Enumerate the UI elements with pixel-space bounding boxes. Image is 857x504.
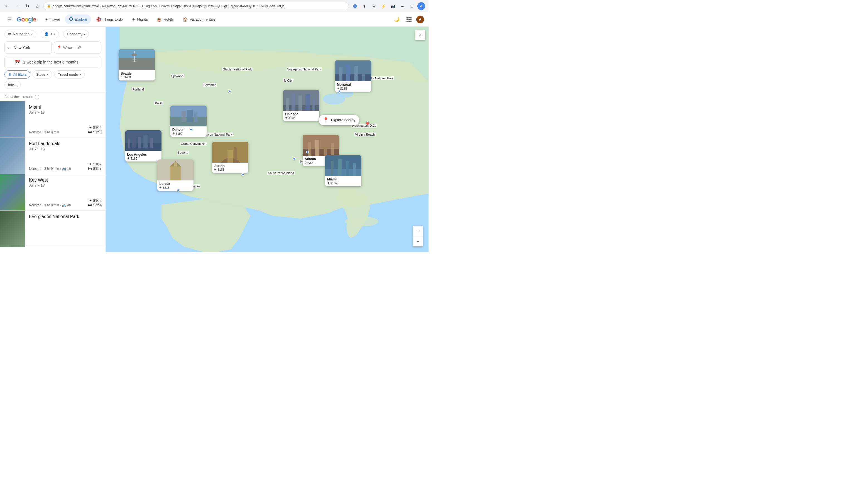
svg-rect-44 xyxy=(346,65,350,81)
hotel-icon-miami: 🛏 xyxy=(88,130,93,134)
calendar-icon: 📅 xyxy=(15,60,20,65)
svg-point-2 xyxy=(70,19,71,19)
zoom-out-button[interactable]: − xyxy=(413,236,423,247)
address-bar[interactable]: 🔒 google.com/travel/explore?tfs=CBwQAxob… xyxy=(44,2,349,10)
user-avatar[interactable]: A xyxy=(417,2,425,10)
map-dot-7 xyxy=(338,90,341,93)
map-card-name-denver: Denver xyxy=(172,128,205,132)
filters-row: ⚙ All filters Stops ▾ Travel mode ▾ Inte… xyxy=(4,70,101,89)
svg-rect-45 xyxy=(354,66,358,81)
refresh-button[interactable]: ↻ xyxy=(23,2,31,10)
map-card-denver[interactable]: Denver ✈ $192 xyxy=(170,105,206,137)
map-card-price-denver: ✈ $192 xyxy=(172,132,205,135)
google-logo: Google xyxy=(17,16,36,23)
puzzle-button[interactable]: ▰ xyxy=(399,2,406,10)
tab-flights[interactable]: ✈ Flights xyxy=(128,15,151,24)
svg-rect-57 xyxy=(346,161,349,176)
card-dates-miami: Jul 7 – 13 xyxy=(29,110,102,115)
svg-rect-11 xyxy=(133,59,134,60)
travel-mode-dropdown[interactable]: Travel mode ▾ xyxy=(54,70,85,79)
card-flight-info-miami: Nonstop · 3 hr 9 min xyxy=(29,130,59,134)
fullscreen-button[interactable]: ⤢ xyxy=(415,30,425,40)
nav-user-avatar[interactable]: A xyxy=(416,16,424,23)
svg-rect-13 xyxy=(133,61,134,62)
map-card-seattle[interactable]: Seattle ✈ $208 xyxy=(119,49,155,81)
card-content-everglades: Everglades National Park xyxy=(25,211,105,247)
map-card-miami-map[interactable]: Miami ✈ $102 xyxy=(325,155,362,186)
tab-hotels[interactable]: 🏨 Hotels xyxy=(153,15,178,24)
share-button[interactable]: ⬆ xyxy=(360,2,368,10)
google-icon-btn[interactable]: G xyxy=(351,2,359,10)
map-card-montreal[interactable]: Montreal ✈ $235 xyxy=(335,61,371,91)
flight-icon-austin: ✈ xyxy=(214,168,217,171)
origin-input[interactable] xyxy=(4,41,52,54)
home-button[interactable]: ⌂ xyxy=(33,2,41,10)
card-header-fort-lauderdale: Fort Lauderdale Jul 7 – 13 xyxy=(29,141,102,153)
map-card-austin[interactable]: Austin ✈ $158 xyxy=(212,142,248,173)
cabin-chevron: ▾ xyxy=(84,33,85,36)
bookmark-button[interactable]: ★ xyxy=(370,2,378,10)
card-flight-info-fort-lauderdale: Nonstop · 3 hr 9 min › 🚌 1h xyxy=(29,167,71,171)
explore-nearby-button[interactable]: 📍 Explore nearby xyxy=(319,115,359,125)
screenshot-button[interactable]: 📷 xyxy=(389,2,397,10)
stops-label: Stops xyxy=(36,72,45,77)
result-card-miami[interactable]: Miami Jul 7 – 13 Nonstop · 3 hr 9 min ✈ … xyxy=(0,101,105,138)
result-card-key-west[interactable]: Key West Jul 7 – 13 Nonstop · 3 hr 9 min… xyxy=(0,174,105,211)
card-flight-detail-key-west: Nonstop · 3 hr 9 min › 🚌 4h xyxy=(29,203,71,207)
card-flight-price-fort-lauderdale: ✈ $102 xyxy=(88,162,102,166)
map-card-chicago[interactable]: Chicago ✈ $106 xyxy=(283,90,319,121)
tab-vacation-rentals[interactable]: 🏠 Vacation rentals xyxy=(179,15,219,24)
map-dot-6 xyxy=(306,151,309,153)
origin-icon: ○ xyxy=(7,45,10,50)
forward-button[interactable]: → xyxy=(13,2,21,10)
card-header-everglades: Everglades National Park xyxy=(29,214,102,220)
svg-rect-14 xyxy=(135,61,136,62)
svg-rect-46 xyxy=(362,69,365,81)
back-button[interactable]: ← xyxy=(3,2,11,10)
flight-icon-miami-map: ✈ xyxy=(327,181,330,185)
stops-dropdown[interactable]: Stops ▾ xyxy=(33,70,52,79)
map-card-img-montreal xyxy=(335,61,371,81)
map-card-los-angeles[interactable]: Los Angeles ✈ $196 xyxy=(125,130,162,162)
result-card-fort-lauderdale[interactable]: Fort Lauderdale Jul 7 – 13 Nonstop · 3 h… xyxy=(0,138,105,174)
info-icon[interactable]: i xyxy=(35,95,39,99)
map-card-price-montreal: ✈ $235 xyxy=(337,87,369,90)
tab-travel[interactable]: ✈ Travel xyxy=(41,15,64,24)
svg-rect-38 xyxy=(299,96,302,111)
trip-type-dropdown[interactable]: ⇄ Round trip ▾ xyxy=(4,30,36,38)
cabin-dropdown[interactable]: Economy ▾ xyxy=(64,30,89,38)
map-card-name-chicago: Chicago xyxy=(285,112,317,116)
passengers-dropdown[interactable]: 👤 1 ▾ xyxy=(41,30,59,38)
svg-rect-23 xyxy=(132,136,136,148)
interests-dropdown[interactable]: Inte... xyxy=(4,81,21,89)
svg-rect-24 xyxy=(138,137,140,148)
svg-point-6 xyxy=(345,216,379,226)
results-list: Miami Jul 7 – 13 Nonstop · 3 hr 9 min ✈ … xyxy=(0,101,105,247)
travel-icon: ✈ xyxy=(45,17,48,22)
card-flight-detail-miami: Nonstop · 3 hr 9 min xyxy=(29,130,59,134)
all-filters-button[interactable]: ⚙ All filters xyxy=(4,70,30,79)
svg-text:G: G xyxy=(354,5,355,7)
map-dot-4 xyxy=(241,173,244,176)
result-card-everglades[interactable]: Everglades National Park xyxy=(0,211,105,247)
flight-icon-atlanta: ✈ xyxy=(305,161,307,165)
extensions-button[interactable]: ⚡ xyxy=(380,2,387,10)
sidebar: ⇄ Round trip ▾ 👤 1 ▾ Economy ▾ ○ xyxy=(0,27,106,252)
od-row: ○ 📍 xyxy=(4,41,101,54)
card-image-fort-lauderdale xyxy=(0,138,25,174)
card-header-key-west: Key West Jul 7 – 13 xyxy=(29,178,102,190)
hamburger-button[interactable]: ☰ xyxy=(4,15,15,24)
dark-mode-button[interactable]: 🌙 xyxy=(392,15,402,24)
card-bottom-key-west: Nonstop · 3 hr 9 min › 🚌 4h ✈ $102 🛏 $35… xyxy=(29,198,102,207)
map-card-img-loreto xyxy=(157,159,194,181)
apps-button[interactable] xyxy=(404,15,414,24)
map-card-loreto[interactable]: Loreto ✈ $315 xyxy=(157,159,194,191)
map-background[interactable]: Glacier National Park Spokane Bozeman Po… xyxy=(106,27,428,252)
dates-button[interactable]: 📅 1-week trip in the next 6 months xyxy=(4,56,101,68)
tab-things-to-do[interactable]: 🎯 Things to do xyxy=(92,15,127,24)
zoom-in-button[interactable]: + xyxy=(413,226,423,236)
passengers-chevron: ▾ xyxy=(54,33,55,36)
trip-type-label: Round trip xyxy=(13,32,30,36)
window-button[interactable]: □ xyxy=(408,2,416,10)
tab-explore[interactable]: Explore xyxy=(65,15,91,24)
